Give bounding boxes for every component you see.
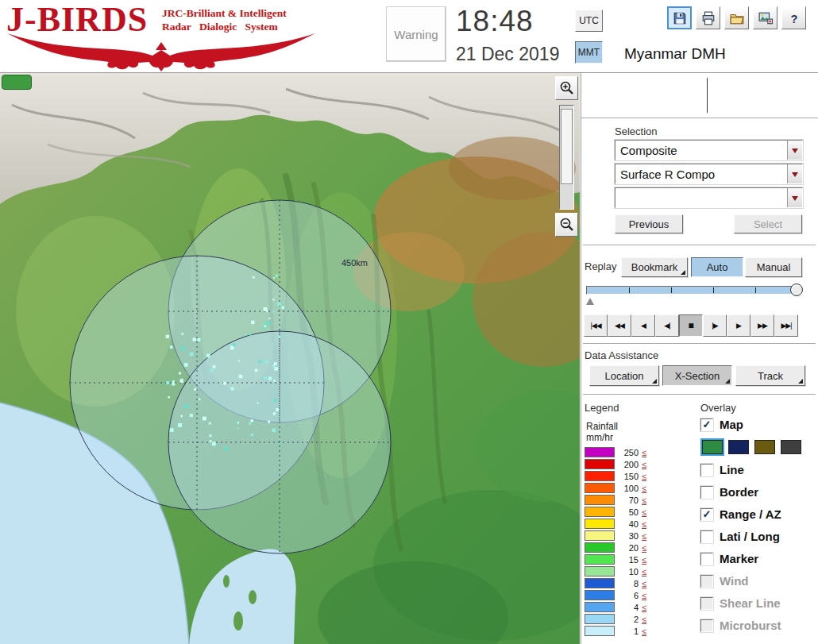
selection-dropdown-1[interactable]: Composite — [615, 140, 803, 160]
legend-row: 10≤ — [585, 565, 646, 577]
legend-color-swatch — [585, 530, 615, 541]
checkbox-map[interactable]: ✓ — [700, 418, 713, 431]
open-folder-icon — [730, 11, 744, 25]
chevron-down-icon — [792, 196, 798, 204]
playback-controls: |◀◀◀◀◀◀|■|▶▶▶▶▶▶| — [584, 314, 798, 337]
zoom-out-button[interactable] — [555, 213, 578, 237]
selection-dropdown-3[interactable] — [615, 187, 803, 208]
overlay-item-border[interactable]: Border — [700, 485, 816, 499]
overlay-item-lati-long[interactable]: Lati / Long — [700, 530, 816, 543]
station-list-box[interactable] — [581, 73, 818, 118]
map-color-swatch-0[interactable] — [702, 440, 723, 454]
map-color-swatch-3[interactable] — [781, 440, 801, 454]
chevron-down-icon — [792, 148, 798, 156]
zoom-in-button[interactable] — [555, 76, 578, 100]
playback-play-reverse-button[interactable]: ◀ — [631, 314, 655, 337]
overlay-item-microburst[interactable]: Microburst — [700, 619, 816, 632]
overlay-item-label: Marker — [720, 552, 758, 565]
legend-value: 40 — [616, 519, 639, 529]
playback-play-button[interactable]: ▶ — [727, 314, 750, 337]
bookmark-button[interactable]: Bookmark — [621, 257, 688, 277]
overlay-item-line[interactable]: Line — [700, 463, 816, 476]
utc-button[interactable]: UTC — [575, 10, 603, 32]
data-assistance-buttons: LocationX-SectionTrack — [589, 365, 805, 386]
manual-button[interactable]: Manual — [745, 257, 802, 277]
checkbox-range-az[interactable]: ✓ — [700, 508, 713, 521]
lte-symbol: ≤ — [642, 448, 646, 457]
select-button[interactable]: Select — [734, 214, 802, 233]
playback-jump-start-button[interactable]: |◀◀ — [584, 314, 608, 337]
menu-corner-icon — [681, 270, 685, 275]
legend-unit-line2: mm/hr — [586, 432, 613, 443]
legend-value: 30 — [616, 531, 639, 541]
checkbox-shear-line[interactable] — [700, 597, 713, 610]
map-color-swatch-2[interactable] — [754, 440, 775, 454]
track-button[interactable]: Track — [735, 365, 805, 386]
dropdown-value: Composite — [615, 141, 802, 157]
playback-jump-end-button[interactable]: ▶▶| — [774, 314, 798, 337]
jbirds-logo: J-BIRDS JRC-Brilliant & Intelligent Rada… — [5, 0, 330, 73]
open-button[interactable] — [724, 6, 749, 29]
playback-step-back-button[interactable]: ◀| — [655, 314, 679, 337]
checkbox-marker[interactable] — [700, 553, 713, 565]
zoom-slider-track[interactable] — [559, 105, 574, 210]
lte-symbol: ≤ — [642, 460, 646, 469]
overlay-item-wind[interactable]: Wind — [700, 574, 816, 588]
overlay-item-marker[interactable]: Marker — [700, 552, 816, 565]
dropdown-arrow-button[interactable] — [787, 188, 802, 207]
legend-value: 1 — [616, 627, 639, 636]
lte-symbol: ≤ — [642, 615, 646, 624]
legend-value: 250 — [616, 448, 639, 457]
location-button[interactable]: Location — [589, 365, 659, 386]
selection-dropdown-2[interactable]: Surface R Compo — [615, 164, 803, 184]
legend-row: 2≤ — [585, 613, 646, 625]
radar-map-area[interactable]: 450km — [0, 73, 580, 644]
overlay-item-label: Border — [720, 485, 758, 499]
dropdown-arrow-button[interactable] — [787, 164, 802, 183]
overlay-item-shear-line[interactable]: Shear Line — [700, 596, 816, 610]
playback-fast-rewind-button[interactable]: ◀◀ — [608, 314, 631, 337]
lte-symbol: ≤ — [642, 555, 646, 565]
overlay-item-map[interactable]: ✓Map — [700, 418, 816, 431]
capture-button[interactable] — [753, 6, 777, 29]
header-bar: J-BIRDS JRC-Brilliant & Intelligent Rada… — [0, 0, 818, 73]
legend-row: 50≤ — [585, 506, 646, 518]
chevron-down-icon — [792, 172, 798, 180]
timeline-thumb[interactable] — [790, 283, 803, 296]
legend-color-swatch — [585, 471, 615, 481]
zoom-slider-thumb[interactable] — [561, 109, 573, 184]
lte-symbol: ≤ — [642, 531, 646, 541]
print-button[interactable] — [696, 6, 720, 29]
radar-map[interactable]: 450km — [0, 73, 580, 644]
map-color-swatch-1[interactable] — [728, 440, 749, 454]
checkbox-border[interactable] — [700, 486, 713, 499]
checkbox-lati-long[interactable] — [700, 530, 713, 543]
floppy-save-icon — [673, 11, 687, 25]
auto-button[interactable]: Auto — [691, 257, 743, 277]
x-section-button[interactable]: X-Section — [662, 365, 732, 386]
previous-button[interactable]: Previous — [615, 214, 683, 233]
lte-symbol: ≤ — [642, 519, 646, 529]
clock-date: 21 Dec 2019 — [456, 44, 559, 65]
overlay-item-range-az[interactable]: ✓Range / AZ — [700, 507, 816, 521]
save-button[interactable] — [667, 6, 692, 29]
warning-button[interactable]: Warning — [386, 6, 446, 62]
dropdown-arrow-button[interactable] — [787, 141, 802, 160]
help-button[interactable]: ? — [781, 6, 806, 29]
timezone-toggle: UTC MMT — [575, 10, 603, 64]
legend-color-swatch — [585, 602, 615, 612]
checkbox-wind[interactable] — [700, 575, 713, 588]
logo-subtitle-1: JRC-Brilliant & Intelligent — [162, 7, 287, 20]
playback-step-forward-button[interactable]: |▶ — [703, 314, 727, 337]
checkbox-line[interactable] — [700, 464, 713, 476]
station-name: Myanmar DMH — [624, 45, 726, 63]
replay-timeline-slider[interactable] — [586, 286, 801, 295]
playback-stop-button[interactable]: ■ — [679, 314, 703, 337]
timeline-tick — [671, 287, 672, 293]
checkbox-microburst[interactable] — [700, 619, 713, 632]
legend-row: 250≤ — [585, 446, 646, 458]
mmt-button[interactable]: MMT — [575, 41, 603, 64]
legend-color-swatch — [585, 590, 615, 600]
playback-fast-forward-button[interactable]: ▶▶ — [750, 314, 774, 337]
legend-unit-line1: Rainfall — [586, 421, 618, 432]
